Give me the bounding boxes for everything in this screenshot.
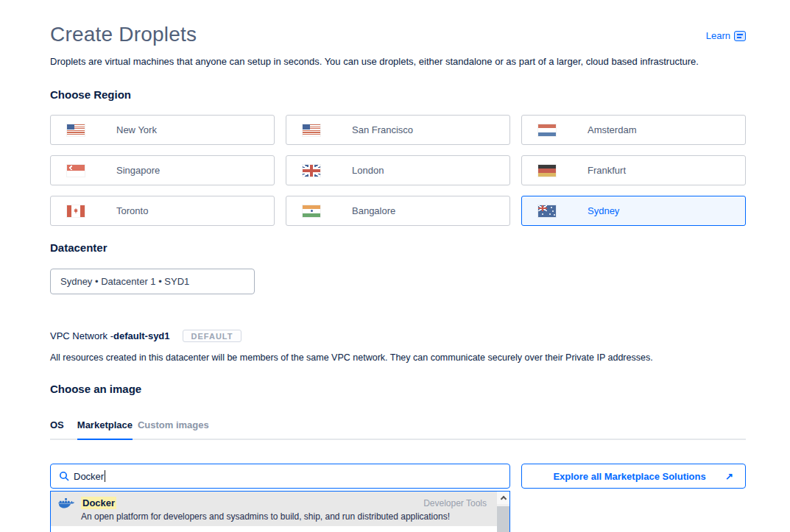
region-label: Frankfurt — [588, 165, 626, 176]
vpc-network-label: VPC Network - — [50, 330, 113, 341]
choose-image-heading: Choose an image — [50, 383, 746, 395]
result-name: Docker — [81, 497, 116, 508]
region-card-bangalore[interactable]: Bangalore — [286, 196, 510, 226]
region-label: Amsterdam — [588, 124, 636, 135]
vpc-network-row: VPC Network - default-syd1 DEFAULT — [50, 330, 746, 342]
docker-whale-icon — [58, 497, 74, 509]
page-description: Droplets are virtual machines that anyon… — [50, 56, 746, 67]
search-icon — [59, 471, 69, 481]
result-category: Developer Tools — [423, 498, 490, 508]
region-label: Sydney — [588, 205, 619, 216]
vpc-description: All resources created in this datacenter… — [50, 352, 746, 363]
search-input[interactable]: Docker — [50, 464, 510, 489]
region-label: Toronto — [116, 205, 148, 216]
region-card-amsterdam[interactable]: Amsterdam — [521, 115, 746, 145]
flag-uk-icon — [303, 165, 320, 177]
flag-netherlands-icon — [538, 124, 556, 136]
flag-australia-icon — [538, 205, 556, 217]
flag-singapore-icon — [67, 165, 85, 177]
text-cursor — [105, 470, 105, 482]
search-input-value: Docker — [74, 471, 104, 482]
result-description: An open platform for developers and sysa… — [81, 511, 490, 522]
page-header: Create Droplets Learn — [50, 0, 746, 46]
region-label: Singapore — [116, 165, 160, 176]
scroll-up-button[interactable] — [497, 492, 509, 504]
learn-link[interactable]: Learn — [706, 30, 746, 41]
chevron-up-icon — [500, 496, 506, 502]
region-label: New York — [116, 124, 157, 135]
region-label: London — [352, 165, 384, 176]
marketplace-search-row: Docker Explore all Marketplace Solutions… — [50, 464, 746, 489]
flag-canada-icon — [67, 205, 85, 217]
vpc-network-name: default-syd1 — [113, 330, 170, 341]
result-item-header: Docker Developer Tools — [58, 497, 490, 509]
search-results-dropdown: Docker Developer Tools An open platform … — [50, 491, 510, 532]
region-card-frankfurt[interactable]: Frankfurt — [521, 155, 746, 185]
dropdown-scrollbar[interactable] — [497, 492, 509, 532]
datacenter-selected-value: Sydney • Datacenter 1 • SYD1 — [60, 276, 189, 287]
flag-germany-icon — [538, 165, 556, 177]
flag-india-icon — [303, 205, 320, 217]
tutorial-doc-icon — [734, 31, 746, 41]
image-source-tabs: OS Marketplace Custom images — [50, 419, 746, 440]
arrow-up-right-icon: ↗ — [725, 472, 733, 481]
default-badge: DEFAULT — [183, 330, 242, 342]
region-card-toronto[interactable]: Toronto — [50, 196, 275, 226]
tab-marketplace[interactable]: Marketplace — [77, 419, 133, 440]
learn-link-label: Learn — [706, 30, 730, 41]
search-match-highlight: Docker — [81, 497, 116, 509]
flag-us-icon — [303, 124, 320, 136]
result-item-docker[interactable]: Docker Developer Tools An open platform … — [51, 492, 497, 526]
region-card-new-york[interactable]: New York — [50, 115, 275, 145]
region-card-singapore[interactable]: Singapore — [50, 155, 275, 185]
region-card-san-francisco[interactable]: San Francisco — [286, 115, 510, 145]
region-label: Bangalore — [352, 205, 395, 216]
tab-os[interactable]: OS — [50, 419, 64, 439]
explore-button-label: Explore all Marketplace Solutions — [534, 471, 725, 482]
tab-custom-images[interactable]: Custom images — [138, 419, 209, 439]
region-card-sydney-selected[interactable]: Sydney — [521, 196, 746, 226]
create-droplets-page: Create Droplets Learn Droplets are virtu… — [0, 0, 790, 532]
datacenter-select[interactable]: Sydney • Datacenter 1 • SYD1 — [50, 269, 255, 294]
region-grid: New York San Francisco Amsterdam Singapo… — [50, 115, 746, 226]
datacenter-heading: Datacenter — [50, 241, 746, 254]
region-label: San Francisco — [352, 124, 413, 135]
scrollbar-thumb[interactable] — [497, 506, 509, 532]
explore-marketplace-button[interactable]: Explore all Marketplace Solutions ↗ — [521, 464, 746, 489]
region-card-london[interactable]: London — [286, 155, 510, 185]
flag-us-icon — [67, 124, 85, 136]
choose-region-heading: Choose Region — [50, 88, 746, 101]
page-title: Create Droplets — [50, 23, 197, 46]
